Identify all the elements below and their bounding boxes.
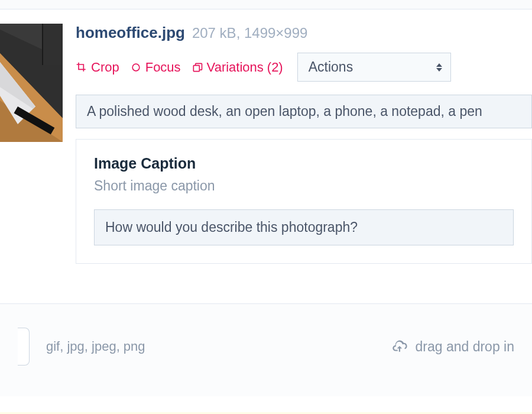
- chevron-updown-icon: [436, 63, 442, 72]
- crop-icon: [76, 62, 87, 73]
- variations-count: (2): [267, 60, 283, 75]
- top-divider: [0, 0, 532, 9]
- caption-panel: Image Caption Short image caption How wo…: [76, 139, 532, 264]
- svg-rect-7: [43, 24, 63, 65]
- image-editor-panel: homeoffice.jpg 207 kB, 1499×999 Crop Foc…: [0, 9, 532, 264]
- file-meta: 207 kB, 1499×999: [192, 25, 308, 41]
- svg-point-9: [132, 64, 140, 71]
- caption-title: Image Caption: [94, 155, 514, 172]
- variations-label: Variations: [207, 60, 264, 75]
- caption-subtitle: Short image caption: [94, 178, 514, 194]
- variations-icon: [192, 62, 203, 73]
- focus-icon: [130, 62, 142, 73]
- variations-button[interactable]: Variations (2): [192, 60, 283, 75]
- filename-row: homeoffice.jpg 207 kB, 1499×999: [76, 24, 532, 42]
- svg-rect-10: [193, 65, 199, 71]
- crop-button[interactable]: Crop: [76, 60, 119, 75]
- tools-row: Crop Focus Variations (2) Actions: [76, 53, 532, 82]
- upload-footer: gif, jpg, jpeg, png drag and drop in: [0, 303, 532, 396]
- description-value: A polished wood desk, an open laptop, a …: [87, 104, 482, 119]
- image-thumbnail[interactable]: [0, 24, 63, 142]
- description-input[interactable]: A polished wood desk, an open laptop, a …: [76, 95, 532, 128]
- upload-button-edge[interactable]: [18, 328, 30, 366]
- accepted-formats: gif, jpg, jpeg, png: [46, 339, 145, 354]
- actions-dropdown[interactable]: Actions: [297, 53, 451, 82]
- thumbnail-column: [0, 24, 63, 264]
- actions-dropdown-label: Actions: [309, 59, 353, 75]
- details-column: homeoffice.jpg 207 kB, 1499×999 Crop Foc…: [63, 24, 532, 264]
- file-name: homeoffice.jpg: [76, 24, 185, 42]
- focus-button[interactable]: Focus: [130, 60, 181, 75]
- crop-label: Crop: [91, 60, 119, 75]
- caption-value: How would you describe this photograph?: [105, 219, 358, 235]
- footer-left: gif, jpg, jpeg, png: [18, 328, 145, 366]
- drag-drop-label: drag and drop in: [415, 339, 514, 355]
- drag-drop-hint: drag and drop in: [392, 339, 514, 355]
- cloud-upload-icon: [392, 340, 408, 353]
- caption-input[interactable]: How would you describe this photograph?: [94, 209, 514, 245]
- focus-label: Focus: [145, 60, 181, 75]
